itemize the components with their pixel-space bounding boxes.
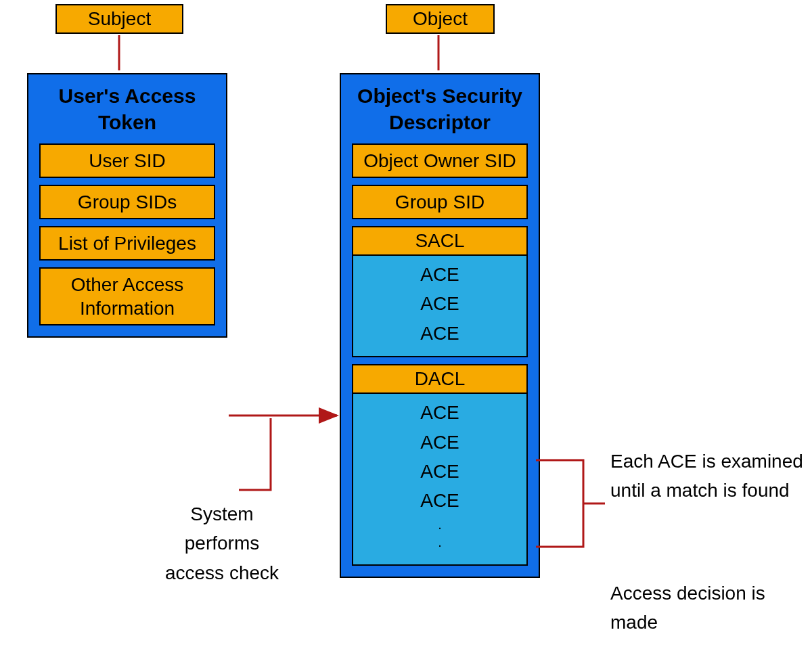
annotation-access-check: System performs access check (154, 499, 290, 587)
sacl-header: SACL (353, 227, 526, 256)
access-token-title: User's Access Token (39, 83, 215, 135)
connector-ace-bracket (536, 460, 583, 547)
dacl-body: ACE ACE ACE ACE . . (353, 394, 526, 564)
dacl-ellipsis: . (353, 516, 526, 533)
token-item-group-sids: Group SIDs (39, 185, 215, 219)
descriptor-owner-sid: Object Owner SID (352, 143, 528, 178)
token-item-user-sid: User SID (39, 143, 215, 178)
dacl-block: DACL ACE ACE ACE ACE . . (352, 364, 528, 566)
token-item-privileges: List of Privileges (39, 226, 215, 261)
security-descriptor-container: Object's Security Descriptor Object Owne… (340, 73, 540, 578)
object-box: Object (386, 4, 495, 34)
token-item-other: Other Access Information (39, 267, 215, 326)
security-descriptor-title: Object's Security Descriptor (352, 83, 528, 135)
descriptor-group-sid: Group SID (352, 185, 528, 219)
dacl-ace: ACE (353, 457, 526, 486)
subject-box: Subject (55, 4, 183, 34)
dacl-header: DACL (353, 365, 526, 394)
dacl-ellipsis: . (353, 533, 526, 551)
dacl-ace: ACE (353, 428, 526, 457)
dacl-ace: ACE (353, 486, 526, 515)
annotation-each-ace: Each ACE is examined until a match is fo… (610, 447, 807, 506)
annotation-decision: Access decision is made (610, 579, 807, 637)
access-token-container: User's Access Token User SID Group SIDs … (27, 73, 227, 338)
connector-access-check (239, 418, 271, 490)
sacl-ace: ACE (353, 289, 526, 318)
sacl-block: SACL ACE ACE ACE (352, 226, 528, 357)
sacl-ace: ACE (353, 319, 526, 348)
sacl-ace: ACE (353, 260, 526, 289)
sacl-body: ACE ACE ACE (353, 256, 526, 356)
dacl-ace: ACE (353, 398, 526, 427)
